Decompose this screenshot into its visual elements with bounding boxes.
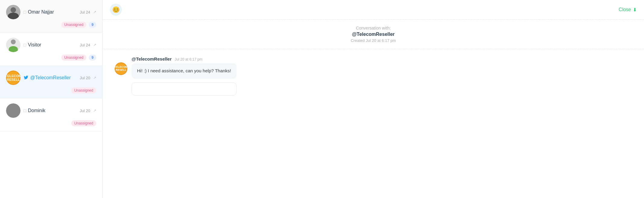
badge-unassigned-telecom: Unassigned (71, 87, 96, 93)
conversation-item-omar[interactable]: □ Omar Najjar Jul 24 ↗ Unassigned 9 (0, 0, 102, 33)
message-bubble-empty (132, 82, 237, 96)
badge-unassigned-visitor: Unassigned (61, 55, 86, 61)
badge-count-omar: 9 (89, 22, 96, 28)
external-link-icon-dominik[interactable]: ↗ (93, 108, 96, 113)
conv-date-dominik: Jul 20 (80, 108, 90, 113)
conversations-panel: □ Omar Najjar Jul 24 ↗ Unassigned 9 □ Vi… (0, 0, 103, 198)
conv-name-telecom: @TelecomReseller (30, 75, 71, 80)
conversation-item-telecom[interactable]: TELECOMRESELL @TelecomReseller Jul 20 ↗ … (0, 66, 102, 99)
external-link-icon-omar[interactable]: ↗ (93, 10, 96, 14)
conv-name-omar: Omar Najjar (28, 9, 54, 15)
close-button[interactable]: Close ⬇ (619, 7, 637, 13)
conversation-with-label: Conversation with: (109, 26, 638, 30)
twitter-icon-telecom (24, 75, 28, 81)
avatar-telecom: TELECOMRESELL (6, 71, 21, 85)
bot-avatar: 😊 (110, 4, 122, 16)
avatar-omar (6, 5, 21, 19)
badge-unassigned-omar: Unassigned (61, 22, 86, 28)
message-header: @TelecomReseller Jul 20 at 6:17 pm (132, 56, 237, 61)
message-sender-avatar: TELECOMRESELL (115, 62, 127, 75)
conversation-info: Conversation with: @TelecomReseller Crea… (103, 20, 644, 49)
conversation-with-name: @TelecomReseller (109, 32, 638, 37)
chat-header: 😊 Close ⬇ (103, 0, 644, 20)
conv-name-visitor: Visitor (28, 42, 41, 48)
avatar-visitor (6, 38, 21, 52)
conv-date-visitor: Jul 24 (80, 43, 90, 47)
avatar-dominik (6, 103, 21, 118)
badge-unassigned-dominik: Unassigned (71, 120, 96, 126)
chat-icon-visitor: □ (24, 42, 26, 47)
messages-area: TELECOMRESELL @TelecomReseller Jul 20 at… (103, 49, 644, 198)
download-icon: ⬇ (633, 7, 637, 13)
conversation-item-dominik[interactable]: □ Dominik Jul 20 ↗ Unassigned (0, 99, 102, 131)
conversation-item-visitor[interactable]: □ Visitor Jul 24 ↗ Unassigned 9 (0, 33, 102, 66)
message-sender-name: @TelecomReseller (132, 56, 172, 61)
chat-panel: 😊 Close ⬇ Conversation with: @TelecomRes… (103, 0, 644, 198)
chat-icon-dominik: □ (24, 108, 26, 113)
conv-name-dominik: Dominik (28, 108, 45, 113)
close-label: Close (619, 7, 631, 12)
message-content: @TelecomReseller Jul 20 at 6:17 pm Hi! :… (132, 56, 237, 96)
conv-date-telecom: Jul 20 (80, 76, 90, 80)
external-link-icon-telecom[interactable]: ↗ (93, 76, 96, 80)
message-time: Jul 20 at 6:17 pm (175, 57, 202, 61)
message-bubble: Hi! :) I need assistance, can you help? … (132, 63, 237, 79)
external-link-icon-visitor[interactable]: ↗ (93, 43, 96, 47)
badge-count-visitor: 9 (89, 55, 96, 61)
message-row-1: TELECOMRESELL @TelecomReseller Jul 20 at… (115, 56, 632, 96)
chat-icon-omar: □ (24, 10, 26, 14)
conv-date-omar: Jul 24 (80, 10, 90, 14)
conversation-created-date: Created Jul 20 at 6:17 pm (109, 38, 638, 43)
